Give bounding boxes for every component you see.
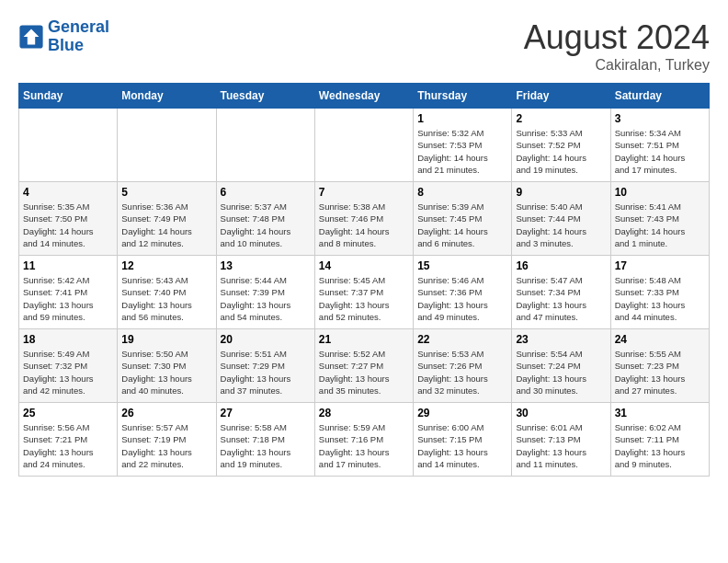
calendar-cell: 14Sunrise: 5:45 AMSunset: 7:37 PMDayligh… — [314, 256, 413, 329]
day-info: Sunrise: 5:45 AMSunset: 7:37 PMDaylight:… — [319, 274, 409, 323]
weekday-header-monday: Monday — [118, 84, 216, 109]
calendar-cell: 21Sunrise: 5:52 AMSunset: 7:27 PMDayligh… — [314, 329, 413, 403]
calendar-cell: 22Sunrise: 5:53 AMSunset: 7:26 PMDayligh… — [414, 329, 512, 403]
weekday-header-row: SundayMondayTuesdayWednesdayThursdayFrid… — [19, 84, 710, 109]
day-number: 20 — [221, 333, 311, 346]
day-info: Sunrise: 5:55 AMSunset: 7:23 PMDaylight:… — [615, 348, 705, 396]
calendar-cell: 2Sunrise: 5:33 AMSunset: 7:52 PMDaylight… — [512, 109, 610, 182]
calendar-cell — [118, 109, 216, 182]
day-info: Sunrise: 6:02 AMSunset: 7:11 PMDaylight:… — [615, 421, 705, 470]
day-number: 17 — [615, 259, 705, 272]
weekday-header-friday: Friday — [512, 84, 610, 109]
day-number: 25 — [23, 407, 113, 419]
day-info: Sunrise: 5:46 AMSunset: 7:36 PMDaylight:… — [417, 274, 507, 323]
day-number: 1 — [417, 112, 507, 125]
day-number: 15 — [417, 259, 507, 272]
calendar-cell: 31Sunrise: 6:02 AMSunset: 7:11 PMDayligh… — [610, 403, 709, 477]
day-number: 8 — [417, 186, 507, 199]
day-number: 27 — [221, 407, 311, 419]
calendar-cell: 9Sunrise: 5:40 AMSunset: 7:44 PMDaylight… — [512, 182, 610, 256]
calendar-cell: 6Sunrise: 5:37 AMSunset: 7:48 PMDaylight… — [216, 182, 314, 256]
calendar-cell — [314, 109, 413, 182]
logo: General Blue — [18, 18, 109, 55]
day-number: 30 — [516, 407, 606, 419]
day-number: 3 — [615, 112, 705, 125]
day-number: 4 — [23, 186, 113, 199]
page-header: General Blue August 2024 Cakiralan, Turk… — [18, 18, 710, 74]
day-number: 26 — [121, 407, 211, 419]
calendar-cell: 1Sunrise: 5:32 AMSunset: 7:53 PMDaylight… — [414, 109, 512, 182]
month-year: August 2024 — [524, 18, 710, 57]
calendar-cell: 23Sunrise: 5:54 AMSunset: 7:24 PMDayligh… — [512, 329, 610, 403]
calendar-cell: 5Sunrise: 5:36 AMSunset: 7:49 PMDaylight… — [118, 182, 216, 256]
day-info: Sunrise: 5:48 AMSunset: 7:33 PMDaylight:… — [615, 274, 705, 323]
calendar-cell: 16Sunrise: 5:47 AMSunset: 7:34 PMDayligh… — [512, 256, 610, 329]
calendar-cell — [19, 109, 118, 182]
day-info: Sunrise: 6:01 AMSunset: 7:13 PMDaylight:… — [516, 421, 606, 470]
day-number: 10 — [615, 186, 705, 199]
day-info: Sunrise: 5:43 AMSunset: 7:40 PMDaylight:… — [121, 274, 211, 323]
day-info: Sunrise: 5:35 AMSunset: 7:50 PMDaylight:… — [23, 201, 113, 249]
day-info: Sunrise: 5:39 AMSunset: 7:45 PMDaylight:… — [417, 201, 507, 249]
calendar-cell: 7Sunrise: 5:38 AMSunset: 7:46 PMDaylight… — [314, 182, 413, 256]
calendar-week-1: 1Sunrise: 5:32 AMSunset: 7:53 PMDaylight… — [19, 109, 710, 182]
calendar-cell: 30Sunrise: 6:01 AMSunset: 7:13 PMDayligh… — [512, 403, 610, 477]
day-number: 28 — [319, 407, 409, 419]
calendar-cell: 26Sunrise: 5:57 AMSunset: 7:19 PMDayligh… — [118, 403, 216, 477]
day-info: Sunrise: 6:00 AMSunset: 7:15 PMDaylight:… — [417, 421, 507, 470]
calendar-cell: 29Sunrise: 6:00 AMSunset: 7:15 PMDayligh… — [414, 403, 512, 477]
calendar-week-3: 11Sunrise: 5:42 AMSunset: 7:41 PMDayligh… — [19, 256, 710, 329]
day-info: Sunrise: 5:40 AMSunset: 7:44 PMDaylight:… — [516, 201, 606, 249]
day-number: 5 — [121, 186, 211, 199]
day-number: 16 — [516, 259, 606, 272]
calendar-cell: 10Sunrise: 5:41 AMSunset: 7:43 PMDayligh… — [610, 182, 709, 256]
weekday-header-saturday: Saturday — [610, 84, 709, 109]
weekday-header-sunday: Sunday — [19, 84, 118, 109]
logo-general: General — [48, 17, 109, 36]
calendar-cell: 28Sunrise: 5:59 AMSunset: 7:16 PMDayligh… — [314, 403, 413, 477]
calendar-cell: 4Sunrise: 5:35 AMSunset: 7:50 PMDaylight… — [19, 182, 118, 256]
calendar-cell: 18Sunrise: 5:49 AMSunset: 7:32 PMDayligh… — [19, 329, 118, 403]
day-number: 12 — [121, 259, 211, 272]
day-number: 9 — [516, 186, 606, 199]
weekday-header-wednesday: Wednesday — [314, 84, 413, 109]
day-number: 7 — [319, 186, 409, 199]
day-info: Sunrise: 5:54 AMSunset: 7:24 PMDaylight:… — [516, 348, 606, 396]
calendar-table: SundayMondayTuesdayWednesdayThursdayFrid… — [18, 83, 710, 477]
day-info: Sunrise: 5:47 AMSunset: 7:34 PMDaylight:… — [516, 274, 606, 323]
day-info: Sunrise: 5:57 AMSunset: 7:19 PMDaylight:… — [121, 421, 211, 470]
day-number: 11 — [23, 259, 113, 272]
day-number: 24 — [615, 333, 705, 346]
day-number: 29 — [417, 407, 507, 419]
day-number: 6 — [221, 186, 311, 199]
day-info: Sunrise: 5:36 AMSunset: 7:49 PMDaylight:… — [121, 201, 211, 249]
day-info: Sunrise: 5:37 AMSunset: 7:48 PMDaylight:… — [221, 201, 311, 249]
day-info: Sunrise: 5:52 AMSunset: 7:27 PMDaylight:… — [319, 348, 409, 396]
calendar-cell: 19Sunrise: 5:50 AMSunset: 7:30 PMDayligh… — [118, 329, 216, 403]
logo-icon — [18, 24, 44, 50]
day-info: Sunrise: 5:53 AMSunset: 7:26 PMDaylight:… — [417, 348, 507, 396]
day-info: Sunrise: 5:38 AMSunset: 7:46 PMDaylight:… — [319, 201, 409, 249]
day-info: Sunrise: 5:50 AMSunset: 7:30 PMDaylight:… — [121, 348, 211, 396]
calendar-week-2: 4Sunrise: 5:35 AMSunset: 7:50 PMDaylight… — [19, 182, 710, 256]
day-number: 2 — [516, 112, 606, 125]
day-number: 13 — [221, 259, 311, 272]
weekday-header-tuesday: Tuesday — [216, 84, 314, 109]
day-number: 23 — [516, 333, 606, 346]
calendar-cell: 25Sunrise: 5:56 AMSunset: 7:21 PMDayligh… — [19, 403, 118, 477]
calendar-cell: 3Sunrise: 5:34 AMSunset: 7:51 PMDaylight… — [610, 109, 709, 182]
day-info: Sunrise: 5:41 AMSunset: 7:43 PMDaylight:… — [615, 201, 705, 249]
day-info: Sunrise: 5:44 AMSunset: 7:39 PMDaylight:… — [221, 274, 311, 323]
day-number: 31 — [615, 407, 705, 419]
calendar-cell: 17Sunrise: 5:48 AMSunset: 7:33 PMDayligh… — [610, 256, 709, 329]
day-info: Sunrise: 5:51 AMSunset: 7:29 PMDaylight:… — [221, 348, 311, 396]
day-info: Sunrise: 5:49 AMSunset: 7:32 PMDaylight:… — [23, 348, 113, 396]
day-number: 22 — [417, 333, 507, 346]
calendar-cell — [216, 109, 314, 182]
day-number: 19 — [121, 333, 211, 346]
calendar-cell: 27Sunrise: 5:58 AMSunset: 7:18 PMDayligh… — [216, 403, 314, 477]
day-info: Sunrise: 5:32 AMSunset: 7:53 PMDaylight:… — [417, 127, 507, 176]
calendar-week-4: 18Sunrise: 5:49 AMSunset: 7:32 PMDayligh… — [19, 329, 710, 403]
day-info: Sunrise: 5:58 AMSunset: 7:18 PMDaylight:… — [221, 421, 311, 470]
day-info: Sunrise: 5:33 AMSunset: 7:52 PMDaylight:… — [516, 127, 606, 176]
